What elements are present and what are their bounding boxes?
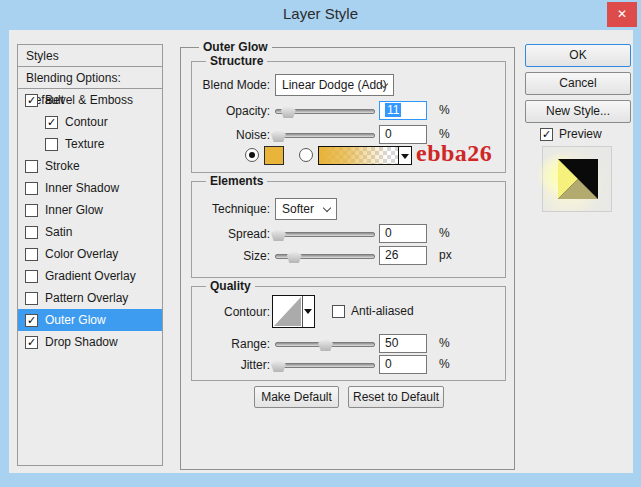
ok-button[interactable]: OK bbox=[525, 44, 631, 67]
style-checkbox[interactable] bbox=[25, 226, 38, 239]
style-checkbox[interactable] bbox=[25, 204, 38, 217]
style-item-label: Texture bbox=[65, 137, 104, 151]
anti-aliased-label: Anti-aliased bbox=[351, 304, 414, 318]
spread-slider[interactable] bbox=[275, 232, 375, 237]
preview-option[interactable]: ✓ Preview bbox=[540, 127, 602, 141]
size-row: Size: 26 px bbox=[192, 245, 505, 267]
range-label: Range: bbox=[192, 337, 270, 351]
technique-label: Technique: bbox=[192, 202, 270, 216]
close-button[interactable]: ✕ bbox=[607, 2, 637, 27]
sidebar-item-gradient-overlay[interactable]: Gradient Overlay bbox=[18, 265, 162, 287]
style-item-label: Gradient Overlay bbox=[45, 269, 136, 283]
style-checkbox[interactable] bbox=[25, 248, 38, 261]
contour-thumbnail-icon[interactable] bbox=[273, 296, 302, 327]
blend-mode-row: Blend Mode: Linear Dodge (Add) bbox=[192, 74, 505, 96]
style-checkbox[interactable]: ✓ bbox=[25, 336, 38, 349]
gradient-radio[interactable] bbox=[299, 148, 313, 162]
style-item-label: Contour bbox=[65, 115, 108, 129]
titlebar[interactable]: Layer Style ✕ bbox=[0, 0, 641, 30]
spread-slider-thumb[interactable] bbox=[271, 228, 286, 241]
panel-title: Outer Glow bbox=[199, 40, 272, 54]
spread-input[interactable]: 0 bbox=[379, 224, 427, 243]
make-default-button[interactable]: Make Default bbox=[254, 386, 339, 408]
opacity-slider-thumb[interactable] bbox=[281, 105, 296, 118]
opacity-slider[interactable] bbox=[275, 109, 375, 114]
sidebar-item-texture[interactable]: Texture bbox=[18, 133, 162, 155]
quality-group: Quality Contour: Anti-aliased bbox=[191, 286, 506, 381]
jitter-row: Jitter: 0 % bbox=[192, 354, 505, 376]
cancel-button[interactable]: Cancel bbox=[525, 72, 631, 95]
anti-aliased-option[interactable]: Anti-aliased bbox=[332, 304, 414, 318]
style-checkbox[interactable]: ✓ bbox=[25, 314, 38, 327]
dropdown-arrow-icon bbox=[304, 309, 312, 314]
sidebar-item-pattern-overlay[interactable]: Pattern Overlay bbox=[18, 287, 162, 309]
color-radio[interactable] bbox=[245, 148, 259, 162]
sidebar-item-contour[interactable]: ✓Contour bbox=[18, 111, 162, 133]
gradient-dropdown-button[interactable] bbox=[398, 147, 411, 164]
anti-aliased-checkbox[interactable] bbox=[332, 305, 345, 318]
new-style-button[interactable]: New Style... bbox=[525, 100, 631, 123]
range-row: Range: 50 % bbox=[192, 333, 505, 355]
size-input[interactable]: 26 bbox=[379, 246, 427, 265]
style-checkbox[interactable] bbox=[25, 292, 38, 305]
contour-row: Contour: Anti-aliased bbox=[192, 295, 505, 329]
style-checkbox[interactable]: ✓ bbox=[45, 116, 58, 129]
effect-preview-thumbnail bbox=[542, 146, 612, 212]
gradient-picker[interactable] bbox=[318, 146, 412, 165]
opacity-input[interactable]: 11 bbox=[379, 101, 427, 120]
style-item-label: Stroke bbox=[45, 159, 80, 173]
range-slider[interactable] bbox=[275, 342, 375, 347]
dialog-content: Styles Blending Options: Default ✓Bevel … bbox=[9, 30, 633, 473]
reset-to-default-button[interactable]: Reset to Default bbox=[348, 386, 444, 408]
noise-unit: % bbox=[439, 127, 450, 141]
technique-select[interactable]: Softer bbox=[275, 198, 337, 220]
opacity-label: Opacity: bbox=[192, 104, 270, 118]
sidebar-item-inner-shadow[interactable]: Inner Shadow bbox=[18, 177, 162, 199]
opacity-row: Opacity: 11 % bbox=[192, 100, 505, 122]
style-checkbox[interactable] bbox=[25, 160, 38, 173]
jitter-label: Jitter: bbox=[192, 358, 270, 372]
sidebar-item-satin[interactable]: Satin bbox=[18, 221, 162, 243]
blend-mode-select[interactable]: Linear Dodge (Add) bbox=[275, 74, 394, 96]
preview-shape bbox=[558, 159, 598, 199]
opacity-unit: % bbox=[439, 103, 450, 117]
elements-title: Elements bbox=[206, 174, 267, 188]
spread-unit: % bbox=[439, 226, 450, 240]
range-input[interactable]: 50 bbox=[379, 334, 427, 353]
jitter-input[interactable]: 0 bbox=[379, 355, 427, 374]
sidebar-item-stroke[interactable]: Stroke bbox=[18, 155, 162, 177]
close-icon: ✕ bbox=[617, 7, 627, 21]
jitter-slider[interactable] bbox=[275, 363, 375, 368]
sidebar-item-color-overlay[interactable]: Color Overlay bbox=[18, 243, 162, 265]
noise-slider-thumb[interactable] bbox=[271, 129, 286, 142]
noise-slider[interactable] bbox=[275, 133, 375, 138]
range-slider-thumb[interactable] bbox=[318, 338, 333, 351]
noise-label: Noise: bbox=[192, 128, 270, 142]
size-slider[interactable] bbox=[275, 254, 375, 259]
dropdown-arrow-icon bbox=[401, 154, 409, 159]
technique-value: Softer bbox=[282, 202, 314, 216]
size-slider-thumb[interactable] bbox=[287, 250, 302, 263]
style-item-label: Inner Shadow bbox=[45, 181, 119, 195]
contour-dropdown-button[interactable] bbox=[302, 296, 314, 327]
size-unit: px bbox=[439, 248, 452, 262]
jitter-slider-thumb[interactable] bbox=[271, 359, 286, 372]
preview-checkbox[interactable]: ✓ bbox=[540, 128, 553, 141]
style-checkbox[interactable] bbox=[25, 270, 38, 283]
style-checkbox[interactable] bbox=[45, 138, 58, 151]
styles-list: ✓Bevel & Emboss✓ContourTextureStrokeInne… bbox=[18, 89, 162, 353]
style-item-label: Pattern Overlay bbox=[45, 291, 128, 305]
range-unit: % bbox=[439, 336, 450, 350]
style-checkbox[interactable] bbox=[25, 182, 38, 195]
style-checkbox[interactable]: ✓ bbox=[25, 94, 38, 107]
opacity-value: 11 bbox=[385, 103, 401, 117]
blending-options-row[interactable]: Blending Options: Default bbox=[18, 67, 162, 89]
sidebar-item-inner-glow[interactable]: Inner Glow bbox=[18, 199, 162, 221]
glow-color-swatch[interactable] bbox=[264, 146, 284, 165]
dialog-title: Layer Style bbox=[0, 5, 641, 22]
style-item-label: Bevel & Emboss bbox=[45, 93, 133, 107]
contour-picker[interactable] bbox=[272, 295, 315, 328]
sidebar-item-drop-shadow[interactable]: ✓Drop Shadow bbox=[18, 331, 162, 353]
sidebar-item-outer-glow[interactable]: ✓Outer Glow bbox=[18, 309, 162, 331]
blend-mode-label: Blend Mode: bbox=[192, 78, 270, 92]
